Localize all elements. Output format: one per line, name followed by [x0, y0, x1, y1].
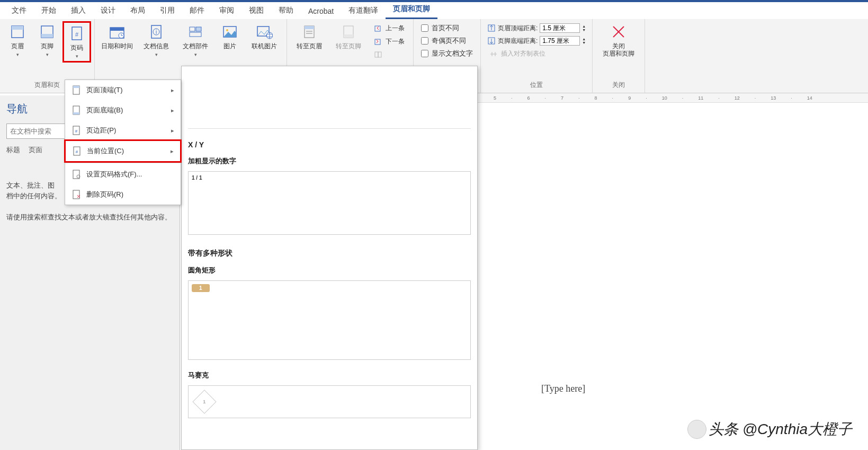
tab-file[interactable]: 文件	[4, 2, 34, 19]
group-label-close: 关闭	[596, 78, 641, 92]
svg-text:#: #	[76, 149, 78, 154]
svg-rect-28	[344, 34, 353, 38]
ribbon-group-position: 页眉顶端距离: ▲▼ 页脚底端距离: ▲▼ 插入对齐制表位 位置	[481, 19, 593, 93]
rounded-badge: 1	[192, 284, 210, 292]
svg-rect-45	[73, 112, 79, 114]
tab-design[interactable]: 设计	[93, 2, 123, 19]
tab-home[interactable]: 开始	[34, 2, 64, 19]
header-distance-input[interactable]	[540, 23, 580, 33]
svg-rect-31	[375, 52, 378, 57]
page-icon: #	[71, 126, 81, 135]
header-button[interactable]: 页眉 ▾	[3, 21, 32, 59]
group-label-position: 位置	[484, 78, 589, 92]
svg-text:i: i	[156, 29, 157, 35]
svg-text:#: #	[75, 129, 78, 134]
tab-layout[interactable]: 布局	[123, 2, 153, 19]
datetime-label: 日期和时间	[101, 42, 133, 50]
page-number-gallery: X / Y 加粗显示的数字 1 / 1 带有多种形状 圆角矩形 1 马赛克 1	[181, 66, 478, 450]
svg-rect-52	[73, 190, 79, 199]
chevron-right-icon: ▸	[171, 87, 174, 94]
footer-distance-input[interactable]	[540, 36, 580, 46]
gallery-preview-rounded[interactable]: 1	[188, 280, 471, 360]
tab-help[interactable]: 帮助	[271, 2, 301, 19]
online-picture-button[interactable]: 联机图片	[245, 21, 283, 52]
previous-label: 上一条	[386, 24, 405, 33]
menu-page-margins[interactable]: # 页边距(P) ▸	[65, 120, 181, 140]
svg-rect-7	[110, 28, 124, 31]
datetime-button[interactable]: 日期和时间	[98, 21, 136, 52]
close-icon	[610, 23, 627, 40]
doc-info-icon: i	[148, 23, 165, 40]
diff-odd-even-checkbox[interactable]: 奇偶页不同	[419, 35, 475, 47]
tab-insert[interactable]: 插入	[64, 2, 93, 19]
picture-icon	[221, 23, 238, 40]
svg-rect-15	[196, 27, 201, 31]
svg-rect-43	[73, 86, 79, 88]
footer-distance-row: 页脚底端距离: ▲▼	[486, 35, 587, 47]
mosaic-badge: 1	[192, 390, 216, 413]
menu-current-position[interactable]: # 当前位置(C) ▸	[64, 139, 182, 163]
svg-rect-16	[190, 32, 201, 37]
chevron-down-icon: ▾	[155, 52, 158, 57]
document-page[interactable]: [Type here]	[478, 103, 868, 431]
footer-label: 页脚	[41, 42, 53, 50]
gallery-bold-numbers: 加粗显示的数字	[182, 152, 477, 169]
svg-rect-14	[190, 27, 195, 31]
diff-first-checkbox[interactable]: 首页不同	[419, 22, 475, 34]
link-icon	[374, 50, 382, 59]
chevron-right-icon: ▸	[171, 107, 174, 114]
footer-icon	[39, 23, 56, 40]
nav-tab-headings[interactable]: 标题	[6, 145, 20, 155]
tab-mailings[interactable]: 邮件	[182, 2, 212, 19]
chevron-down-icon: ▾	[46, 52, 49, 57]
doc-parts-button[interactable]: 文档部件 ▾	[176, 21, 214, 59]
avatar-icon	[687, 420, 706, 439]
tab-youdao[interactable]: 有道翻译	[341, 2, 386, 19]
header-label: 页眉	[11, 42, 24, 50]
tab-references[interactable]: 引用	[153, 2, 182, 19]
goto-header-button[interactable]: 转至页眉	[290, 21, 328, 52]
picture-button[interactable]: 图片	[216, 21, 244, 52]
close-label: 关闭 页眉和页脚	[603, 42, 634, 57]
page-icon	[71, 105, 81, 115]
spinner-icon[interactable]: ▲▼	[582, 37, 586, 45]
goto-header-icon	[301, 23, 318, 40]
gallery-preview-bold[interactable]: 1 / 1	[188, 171, 471, 235]
spinner-icon[interactable]: ▲▼	[582, 24, 586, 32]
nav-tab-pages[interactable]: 页面	[29, 145, 42, 155]
doc-parts-icon	[187, 23, 204, 40]
gallery-section-xy: X / Y	[182, 133, 477, 152]
menu-bar: 文件 开始 插入 设计 布局 引用 邮件 审阅 视图 帮助 Acrobat 有道…	[0, 0, 868, 19]
footer-button[interactable]: 页脚 ▾	[33, 21, 61, 59]
tab-view[interactable]: 视图	[241, 2, 271, 19]
tab-review[interactable]: 审阅	[212, 2, 241, 19]
svg-rect-1	[12, 26, 23, 30]
page-number-icon: #	[68, 25, 85, 42]
menu-format-page-numbers[interactable]: 设置页码格式(F)...	[65, 164, 181, 184]
tab-header-footer[interactable]: 页眉和页脚	[386, 1, 437, 19]
goto-footer-button[interactable]: 转至页脚	[329, 21, 368, 52]
doc-info-button[interactable]: i 文档信息 ▾	[137, 21, 175, 59]
header-dist-icon	[487, 24, 496, 32]
previous-button[interactable]: 上一条	[371, 22, 408, 34]
gallery-rounded-rect: 圆角矩形	[182, 261, 477, 278]
menu-remove-page-numbers[interactable]: 删除页码(R)	[65, 184, 181, 205]
gallery-preview-mosaic[interactable]: 1	[188, 385, 471, 418]
next-icon	[374, 38, 382, 46]
next-button[interactable]: 下一条	[371, 36, 408, 48]
menu-bottom-of-page[interactable]: 页面底端(B) ▸	[65, 100, 181, 120]
chevron-right-icon: ▸	[171, 148, 174, 155]
type-here-placeholder[interactable]: [Type here]	[541, 383, 585, 394]
next-label: 下一条	[386, 37, 405, 46]
tab-acrobat[interactable]: Acrobat	[301, 3, 341, 19]
page-number-button[interactable]: # 页码 ▾	[62, 21, 91, 63]
svg-rect-32	[378, 52, 381, 57]
gallery-section-shapes: 带有多种形状	[182, 241, 477, 261]
format-icon	[71, 170, 81, 179]
show-doc-text-checkbox[interactable]: 显示文档文字	[419, 48, 475, 59]
picture-label: 图片	[223, 42, 236, 50]
close-button[interactable]: 关闭 页眉和页脚	[596, 21, 641, 59]
svg-text:#: #	[75, 31, 79, 38]
watermark: 头条 @Cynthia大橙子	[687, 419, 852, 439]
menu-top-of-page[interactable]: 页面顶端(T) ▸	[65, 80, 181, 100]
